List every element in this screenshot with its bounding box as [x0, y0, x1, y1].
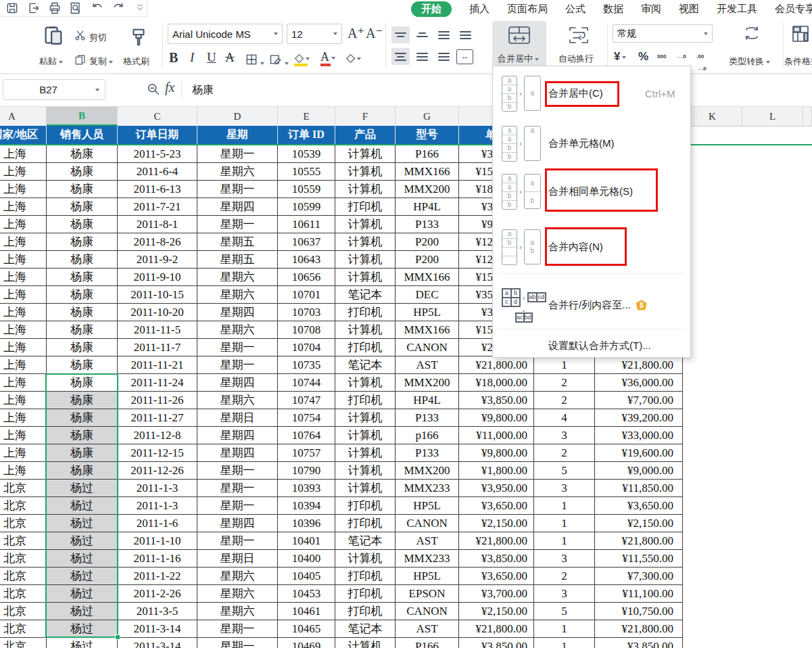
cell[interactable]: 3: [534, 480, 595, 497]
cell[interactable]: 计算机: [335, 233, 396, 251]
cell[interactable]: ¥2,150.00: [459, 515, 534, 532]
cell[interactable]: 10469: [278, 638, 335, 648]
cell[interactable]: ¥3,650.00: [459, 497, 534, 515]
cell[interactable]: 2011-10-20: [118, 304, 197, 321]
cell[interactable]: HP5L: [396, 304, 459, 321]
paste-icon[interactable]: [42, 23, 65, 50]
cell[interactable]: P133: [396, 216, 459, 233]
cell[interactable]: 10394: [278, 497, 335, 515]
cell[interactable]: CANON: [396, 339, 459, 356]
cell[interactable]: 计算机: [335, 269, 396, 286]
print-preview-icon[interactable]: [69, 1, 82, 16]
cell[interactable]: 1: [534, 620, 595, 638]
cell[interactable]: ¥9,800.00: [459, 444, 534, 462]
cell[interactable]: 5: [534, 462, 595, 480]
cell[interactable]: 上海: [0, 198, 47, 216]
cell[interactable]: 2011-1-10: [118, 532, 197, 550]
cell[interactable]: 10744: [278, 374, 335, 392]
cell[interactable]: 2011-11-24: [118, 374, 197, 392]
cell[interactable]: 星期日: [197, 409, 278, 427]
cell[interactable]: 杨康: [47, 304, 118, 321]
underline-icon[interactable]: U: [207, 50, 216, 65]
copy-button[interactable]: 复制: [89, 55, 113, 68]
cell[interactable]: ¥7,300.00: [595, 568, 683, 585]
cell[interactable]: 星期一: [197, 339, 278, 356]
cell[interactable]: HP4L: [396, 392, 459, 409]
cell[interactable]: 4: [534, 409, 595, 427]
cell[interactable]: 2011-1-3: [118, 497, 197, 515]
cell[interactable]: ¥11,100.00: [595, 585, 683, 603]
increase-indent-icon[interactable]: [456, 26, 475, 43]
percent-format-icon[interactable]: %: [638, 50, 648, 64]
column-header-E[interactable]: E: [278, 107, 335, 126]
cell[interactable]: MMX166: [396, 163, 459, 181]
decrease-indent-icon[interactable]: [435, 26, 453, 43]
decrease-decimal-icon[interactable]: .00→.0: [696, 49, 707, 73]
cell[interactable]: ¥36,000.00: [595, 374, 683, 392]
cell[interactable]: 2011-8-1: [118, 216, 197, 233]
cell[interactable]: MMX200: [396, 462, 459, 480]
menu-item-5[interactable]: abcd›abcd⌄acbd合并行/列内容至...$: [493, 281, 690, 329]
cell[interactable]: 杨康: [47, 392, 118, 409]
cell[interactable]: 计算机: [335, 427, 396, 444]
cell[interactable]: 笔记本: [335, 356, 396, 374]
cell[interactable]: 杨过: [47, 585, 118, 603]
cell[interactable]: 上海: [0, 145, 47, 163]
cell[interactable]: 杨过: [47, 480, 118, 497]
cell[interactable]: 上海: [0, 251, 47, 269]
cell[interactable]: 星期五: [197, 233, 278, 251]
cell[interactable]: 上海: [0, 462, 47, 480]
fill-handle[interactable]: [115, 634, 120, 640]
fx-icon[interactable]: fx: [165, 80, 174, 95]
cell[interactable]: 2: [534, 374, 595, 392]
cell[interactable]: 计算机: [335, 444, 396, 462]
menu-item-6[interactable]: 设置默认合并方式(T)...: [493, 334, 690, 357]
cell[interactable]: ¥21,800.00: [595, 620, 683, 638]
cell[interactable]: ¥19,600.00: [595, 444, 683, 462]
cell[interactable]: 2011-9-10: [118, 269, 197, 286]
cell[interactable]: 杨康: [47, 251, 118, 269]
cell[interactable]: 杨过: [47, 497, 118, 515]
cell[interactable]: 计算机: [335, 480, 396, 497]
cell[interactable]: 北京: [0, 550, 47, 568]
column-header-L[interactable]: L: [742, 107, 803, 126]
align-middle-icon[interactable]: [413, 26, 431, 43]
cell[interactable]: 计算机: [335, 409, 396, 427]
cell[interactable]: 上海: [0, 374, 47, 392]
cell[interactable]: 打印机: [335, 198, 396, 216]
cell[interactable]: 北京: [0, 568, 47, 585]
cell[interactable]: 10401: [278, 532, 335, 550]
cell[interactable]: ¥2,150.00: [459, 603, 534, 620]
italic-icon[interactable]: I: [190, 50, 194, 65]
cell[interactable]: 北京: [0, 480, 47, 497]
cell[interactable]: 星期四: [197, 427, 278, 444]
cell[interactable]: 10453: [278, 585, 335, 603]
fill-color-icon[interactable]: ◇: [295, 51, 310, 65]
wrap-text-button[interactable]: 自动换行: [552, 21, 604, 68]
cell[interactable]: 10708: [278, 321, 335, 339]
cell[interactable]: 打印机: [335, 585, 396, 603]
cell[interactable]: 打印机: [335, 304, 396, 321]
cell[interactable]: 10611: [278, 216, 335, 233]
cell[interactable]: ¥21,800.00: [595, 532, 683, 550]
tab-7[interactable]: 视图: [679, 3, 699, 16]
cell[interactable]: 杨过: [47, 603, 118, 620]
cell[interactable]: 打印机: [335, 339, 396, 356]
cell[interactable]: p166: [396, 427, 459, 444]
cut-icon[interactable]: [74, 30, 86, 44]
tab-2[interactable]: 插入: [469, 3, 489, 16]
cell[interactable]: 星期六: [197, 321, 278, 339]
cell[interactable]: P200: [396, 233, 459, 251]
cell[interactable]: 星期一: [197, 620, 278, 638]
cell[interactable]: ¥9,000.00: [595, 462, 683, 480]
cell[interactable]: 2011-1-3: [118, 480, 197, 497]
cell[interactable]: 2011-3-14: [118, 638, 197, 648]
cell[interactable]: 10559: [278, 181, 335, 198]
cell[interactable]: CANON: [396, 603, 459, 620]
cell[interactable]: 2011-3-14: [118, 620, 197, 638]
cell[interactable]: 10701: [278, 286, 335, 304]
cell[interactable]: 上海: [0, 427, 47, 444]
cell[interactable]: 2011-6-13: [118, 181, 197, 198]
cell[interactable]: 杨康: [47, 233, 118, 251]
cell[interactable]: 杨康: [47, 269, 118, 286]
